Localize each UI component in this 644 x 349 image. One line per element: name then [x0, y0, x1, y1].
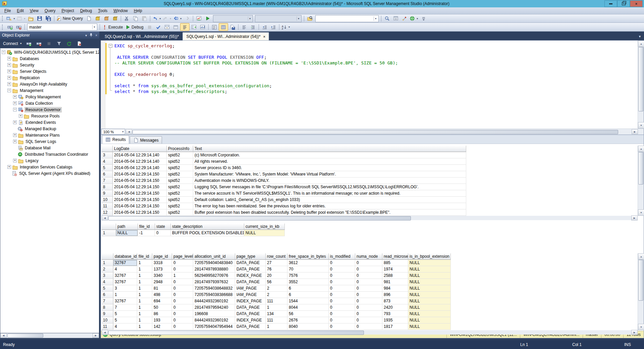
close-panel-icon[interactable]: × [95, 34, 97, 37]
oe-disable-icon[interactable] [75, 40, 84, 47]
grid-cell[interactable]: 0 [155, 230, 171, 236]
grid-cell[interactable]: 8040 [287, 323, 329, 330]
grid-cell[interactable]: 0 [329, 317, 355, 323]
grid-cell[interactable]: 196608 [193, 311, 235, 317]
row-number[interactable]: 10 [102, 317, 113, 323]
grid-cell[interactable]: NULL [408, 323, 451, 330]
grid-cell[interactable]: 2014-05-04 12:29:14.150 [113, 171, 167, 178]
undo-icon[interactable]: ▼ [152, 15, 162, 22]
grid-cell[interactable]: 2588 [382, 272, 408, 279]
grid-cell[interactable]: spid52 [167, 203, 193, 209]
grid-cell[interactable]: 111 [266, 317, 287, 323]
find-combo[interactable]: ▼ [315, 15, 379, 22]
execute-button[interactable]: Execute [101, 23, 124, 31]
save-all-icon[interactable] [44, 15, 53, 22]
grid-cell[interactable]: 1935 [382, 317, 408, 323]
navigate-backward-icon[interactable]: ▼ [172, 15, 183, 22]
grid-cell[interactable]: 0 [172, 298, 193, 304]
grid-cell[interactable]: 0 [329, 266, 355, 272]
row-number[interactable]: 6 [102, 171, 113, 178]
grid-cell[interactable]: 7 [113, 304, 137, 311]
grid-cell[interactable]: spid52 [167, 197, 193, 203]
grid-cell[interactable]: spid52 [167, 190, 193, 197]
grid-cell[interactable]: 0 [355, 311, 382, 317]
column-header-current_size_in_kb[interactable]: current_size_in_kb [244, 223, 285, 230]
tree-item[interactable]: −Management [0, 87, 99, 94]
grid-cell[interactable]: 76 [266, 266, 287, 272]
grid-cell[interactable]: 70 [287, 266, 329, 272]
column-header-database_id[interactable]: database_id [113, 253, 137, 260]
sql-code[interactable]: EXEC sp_cycle_errorlog; ALTER SERVER CON… [114, 43, 637, 94]
column-header-file_id[interactable]: file_id [137, 253, 152, 260]
grid-cell[interactable]: 1 [137, 317, 152, 323]
grid-cell[interactable]: 2948 [152, 279, 172, 285]
tree-item[interactable]: −WIN-GM1QLR4GB2U\MSSQL1 (SQL Server 12. [0, 49, 99, 55]
grid-cell[interactable]: 72057594038386688 [193, 292, 235, 298]
results-grid-buffer-descriptors[interactable]: database_idfile_idpage_idpage_levelalloc… [102, 253, 644, 335]
parse-icon[interactable] [154, 23, 163, 31]
column-header-Text[interactable]: Text [193, 146, 466, 152]
column-header-allocation_unit_id[interactable]: allocation_unit_id [193, 253, 235, 260]
tree-item[interactable]: +Integration Services Catalogs [0, 164, 99, 170]
grid-cell[interactable]: 0 [329, 260, 355, 266]
row-number[interactable]: 7 [102, 298, 113, 304]
grid-cell[interactable]: 694 [152, 298, 172, 304]
column-header-state[interactable]: state [155, 223, 171, 230]
grid-cell[interactable]: IAM_PAGE [235, 292, 266, 298]
grid-cell[interactable]: 20 [266, 272, 287, 279]
tree-expander-icon[interactable]: + [7, 63, 11, 67]
grid-cell[interactable]: NULL [408, 285, 451, 292]
new-database-engine-query-icon[interactable]: ▼ [6, 15, 16, 22]
grid-cell[interactable]: 0 [172, 266, 193, 272]
database-combo[interactable]: master▼ [27, 23, 97, 31]
grid-cell[interactable]: INDEX_PAGE [235, 317, 266, 323]
row-number[interactable]: 11 [102, 203, 113, 209]
oe-disconnect-icon[interactable] [35, 40, 43, 47]
dmx-query-icon[interactable] [102, 15, 111, 22]
tree-item[interactable]: Distributed Transaction Coordinator [0, 151, 99, 157]
row-number[interactable]: 3 [102, 152, 113, 158]
grid-cell[interactable]: 2014-05-04 12:29:14.150 [113, 184, 167, 190]
close-tab-icon[interactable]: × [263, 35, 265, 39]
grid-cell[interactable]: spid52 [167, 209, 193, 216]
grid-cell[interactable]: 86 [152, 311, 172, 317]
tree-expander-icon[interactable]: + [13, 159, 17, 162]
grid-cell[interactable]: The service account is 'NT Service\MSSQL… [193, 190, 466, 197]
grid-cell[interactable]: -1 [138, 230, 155, 236]
grid-cell[interactable]: 0 [355, 292, 382, 298]
grid-cell[interactable]: 0 [355, 279, 382, 285]
row-number[interactable]: 8 [102, 304, 113, 311]
oe-refresh-icon[interactable] [65, 40, 73, 47]
grid-cell[interactable]: 2676 [287, 317, 329, 323]
grid-cell[interactable]: (c) Microsoft Corporation. [193, 152, 466, 158]
grid-cell[interactable]: 498 [152, 292, 172, 298]
row-number[interactable]: 5 [102, 165, 113, 171]
debug-button[interactable]: Debug [124, 23, 145, 31]
column-header-page_id[interactable]: page_id [152, 253, 172, 260]
grid-cell[interactable]: 0 [355, 285, 382, 292]
grid-cell[interactable]: 2014-05-04 12:29:14.150 [113, 178, 167, 184]
grid-cell[interactable]: 2014-05-04 12:29:14.140 [113, 152, 167, 158]
grid-cell[interactable]: 1 [137, 260, 152, 266]
tree-item[interactable]: +Databases [0, 55, 99, 62]
grid-cell[interactable]: 32767 [113, 298, 137, 304]
pin-icon[interactable] [90, 33, 93, 38]
row-number[interactable]: 1 [102, 260, 113, 266]
column-header-state_description[interactable]: state_description [171, 223, 244, 230]
cut-icon[interactable] [122, 15, 131, 22]
grid-cell[interactable]: NULL [408, 279, 451, 285]
results-tab-messages[interactable]: Messages [130, 136, 162, 144]
grid-cell[interactable]: 3 [113, 285, 137, 292]
grid-cell[interactable]: 0 [172, 304, 193, 311]
tree-expander-icon[interactable]: − [2, 50, 5, 54]
row-number[interactable]: 11 [102, 323, 113, 330]
grid-cell[interactable]: 6 [287, 285, 329, 292]
row-number[interactable]: 12 [102, 209, 113, 216]
grid-cell[interactable]: Server process ID is 3460. [193, 165, 466, 171]
column-header-is_in_bpool_extension[interactable]: is_in_bpool_extension [408, 253, 451, 260]
grid-cell[interactable]: 2014-05-04 12:29:14.150 [113, 190, 167, 197]
grid-cell[interactable]: 1974 [382, 266, 408, 272]
grid-cell[interactable]: 7576 [287, 272, 329, 279]
grid-cell[interactable]: 2420 [382, 304, 408, 311]
grid-cell[interactable]: 81 [152, 285, 172, 292]
